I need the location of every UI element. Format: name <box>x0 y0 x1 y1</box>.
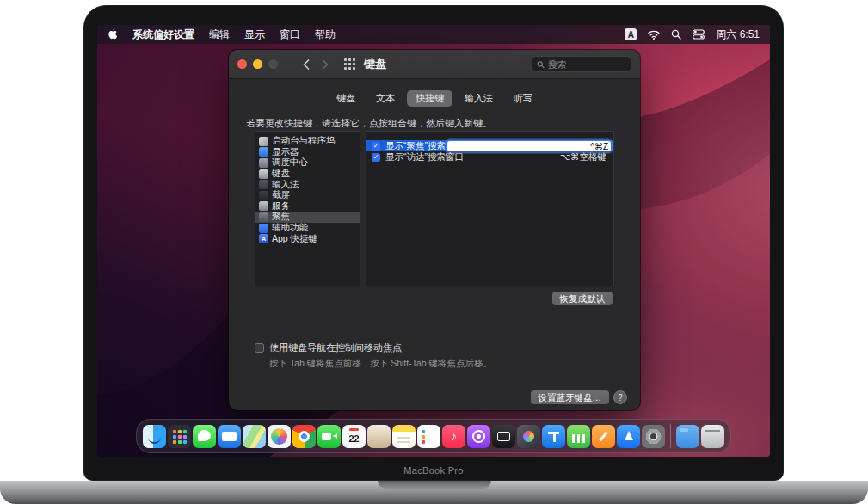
dock-icon-app-store[interactable] <box>617 425 640 448</box>
music-note-icon: ♪ <box>451 429 457 443</box>
forward-button[interactable] <box>322 59 329 70</box>
category-spotlight[interactable]: 聚焦 <box>255 212 360 223</box>
dock-icon-reminders[interactable] <box>417 425 440 448</box>
app-shortcuts-icon: A <box>259 234 268 243</box>
instruction-text: 若要更改快捷键，请选择它，点按组合键，然后键入新键。 <box>246 117 492 130</box>
services-icon <box>259 201 268 211</box>
dock-icon-keynote[interactable] <box>542 425 565 448</box>
dock-icon-trash[interactable] <box>701 425 724 448</box>
dock-icon-maps[interactable] <box>243 425 266 448</box>
category-app-shortcuts[interactable]: A App 快捷键 <box>255 233 360 244</box>
laptop-bezel: 系统偏好设置 编辑 显示 窗口 帮助 A <box>83 5 784 481</box>
category-accessibility[interactable]: 辅助功能 <box>255 223 360 234</box>
category-keyboard[interactable]: 键盘 <box>255 169 360 180</box>
accessibility-icon <box>259 224 268 233</box>
category-input-sources[interactable]: 输入法 <box>255 179 360 190</box>
window-title: 键盘 <box>364 57 386 72</box>
dock-icon-pages[interactable] <box>592 425 615 448</box>
category-services[interactable]: 服务 <box>255 201 360 212</box>
dock-icon-notes[interactable] <box>392 425 416 448</box>
show-all-button[interactable] <box>344 58 355 70</box>
dock-icon-launchpad[interactable] <box>168 425 191 448</box>
dock-icon-system-preferences[interactable] <box>642 425 665 448</box>
dock-icon-downloads-folder[interactable] <box>676 425 699 448</box>
category-displays[interactable]: 显示器 <box>255 147 360 158</box>
setup-bluetooth-keyboard-button[interactable]: 设置蓝牙键盘… <box>531 390 610 404</box>
dock-icon-photo-booth[interactable] <box>517 425 540 448</box>
keyboard-navigation-checkbox[interactable] <box>255 343 264 353</box>
tab-keyboard[interactable]: 键盘 <box>328 90 364 107</box>
menu-bar-status: A <box>625 28 760 42</box>
input-sources-icon <box>259 180 268 189</box>
checkmark-icon: ✓ <box>372 153 380 162</box>
help-button[interactable]: ? <box>613 390 627 404</box>
category-launchpad-dock[interactable]: 启动台与程序坞 <box>255 136 360 147</box>
dock-icon-mail[interactable] <box>218 425 241 448</box>
wifi-icon[interactable] <box>648 30 660 40</box>
dock-separator <box>670 424 671 448</box>
grid-icon <box>344 58 355 70</box>
apple-logo-icon <box>108 28 118 40</box>
laptop-base <box>0 481 868 504</box>
dock-icon-podcasts[interactable] <box>467 425 490 448</box>
close-button[interactable] <box>237 59 247 69</box>
search-icon <box>537 60 545 69</box>
tab-shortcuts[interactable]: 快捷键 <box>407 90 452 107</box>
checkbox-checked[interactable]: ✓ <box>372 142 380 151</box>
back-button[interactable] <box>303 59 310 70</box>
dock-icon-chrome[interactable] <box>292 425 316 448</box>
search-field[interactable] <box>532 56 631 72</box>
calendar-day: 22 <box>348 433 359 444</box>
screen: 系统偏好设置 编辑 显示 窗口 帮助 A <box>97 25 770 457</box>
dock-icon-messages[interactable] <box>193 425 216 448</box>
dock-icon-tv[interactable] <box>492 425 515 448</box>
restore-defaults-button[interactable]: 恢复成默认 <box>552 292 613 305</box>
checkmark-icon: ✓ <box>372 142 380 151</box>
dock-icon-music[interactable]: ♪ <box>442 425 465 448</box>
shortcut-edit-input[interactable] <box>447 141 611 151</box>
dock: 22 ♪ <box>136 419 731 453</box>
shortcut-list: ✓ 显示“聚焦”搜索 ✓ 显示“访达”搜索窗口 ⌥⌘空格键 <box>366 131 614 286</box>
dock-icon-finder[interactable] <box>143 425 166 448</box>
keyboard-navigation-hint: 按下 Tab 键将焦点前移，按下 Shift-Tab 键将焦点后移。 <box>269 358 492 370</box>
dock-icon-contacts[interactable] <box>367 425 391 448</box>
spotlight-search-icon[interactable] <box>671 29 681 40</box>
zoom-button[interactable] <box>268 59 278 69</box>
tab-text[interactable]: 文本 <box>367 90 403 107</box>
shortcut-label: 显示“聚焦”搜索 <box>385 140 446 152</box>
screenshots-icon <box>259 191 268 200</box>
keyboard-navigation-label: 使用键盘导航在控制间移动焦点 <box>269 341 402 354</box>
menu-bar-clock[interactable]: 周六 6:51 <box>716 28 760 42</box>
shortcut-row-finder-search[interactable]: ✓ 显示“访达”搜索窗口 ⌥⌘空格键 <box>366 151 613 163</box>
checkbox-checked[interactable]: ✓ <box>372 153 380 162</box>
tab-input-sources[interactable]: 输入法 <box>456 90 502 107</box>
dock-icon-calendar[interactable]: 22 <box>342 425 366 448</box>
shortcut-edit-field[interactable] <box>447 141 611 151</box>
window-titlebar: 键盘 <box>229 50 640 79</box>
system-preferences-window: 键盘 键盘 文本 快捷键 输入法 听写 若要 <box>229 50 640 410</box>
dock-icon-facetime[interactable] <box>317 425 341 448</box>
control-center-icon[interactable] <box>693 29 705 40</box>
laptop-notch <box>378 481 491 489</box>
dock-icon-photos[interactable] <box>268 425 291 448</box>
apple-menu[interactable] <box>108 28 118 42</box>
menu-help[interactable]: 帮助 <box>315 28 336 42</box>
category-screenshots[interactable]: 截屏 <box>255 190 360 201</box>
dock-area: 22 ♪ <box>97 419 770 453</box>
displays-icon <box>259 147 268 157</box>
mission-control-icon <box>259 158 268 168</box>
screenshot-root: 系统偏好设置 编辑 显示 窗口 帮助 A <box>0 0 868 504</box>
keyboard-icon <box>259 169 268 179</box>
search-input[interactable] <box>548 59 626 70</box>
minimize-button[interactable] <box>253 59 262 69</box>
menu-window[interactable]: 窗口 <box>280 28 300 42</box>
dock-icon-numbers[interactable] <box>567 425 590 448</box>
input-source-icon[interactable]: A <box>625 28 637 40</box>
shortcut-category-list: 启动台与程序坞 显示器 调度中心 键盘 <box>255 131 360 286</box>
menu-view[interactable]: 显示 <box>244 28 265 42</box>
tab-dictation[interactable]: 听写 <box>505 90 541 107</box>
menu-app-name[interactable]: 系统偏好设置 <box>132 28 194 42</box>
category-mission-control[interactable]: 调度中心 <box>255 157 360 169</box>
menu-edit[interactable]: 编辑 <box>209 28 230 42</box>
shortcut-row-spotlight-search[interactable]: ✓ 显示“聚焦”搜索 <box>366 140 613 151</box>
